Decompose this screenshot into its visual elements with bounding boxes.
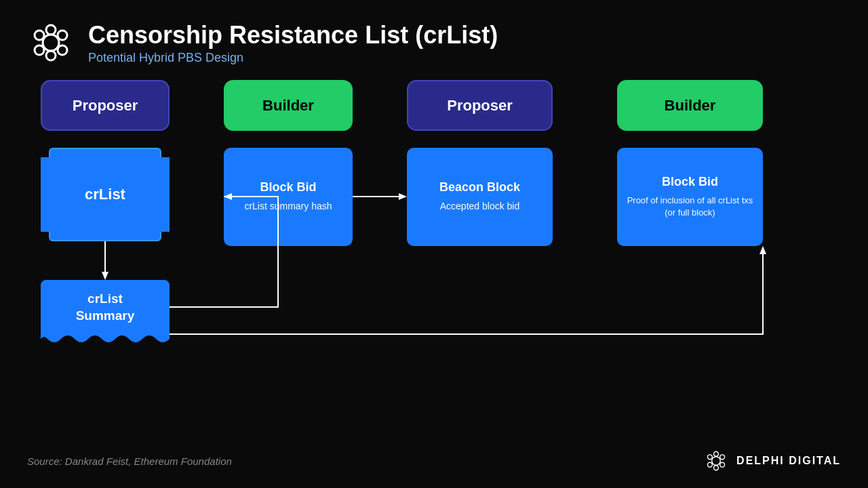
svg-point-6	[58, 45, 67, 55]
svg-marker-8	[102, 272, 108, 280]
entity-proposer-right: Proposer	[407, 80, 553, 131]
entity-builder-left: Builder	[224, 80, 353, 131]
svg-point-15	[714, 466, 719, 470]
block-bid-right: Block Bid Proof of inclusion of all crLi…	[617, 148, 763, 246]
entity-builder-left-label: Builder	[262, 97, 314, 115]
block-bid-left-sub: crList summary hash	[244, 200, 332, 214]
entity-builder-right: Builder	[617, 80, 763, 131]
entity-proposer-left-label: Proposer	[73, 97, 138, 115]
svg-point-16	[708, 455, 713, 460]
crlist-summary-label: crList Summary	[76, 291, 135, 324]
block-bid-left: Block Bid crList summary hash	[224, 148, 353, 246]
svg-point-0	[43, 35, 59, 51]
svg-point-2	[46, 51, 56, 60]
delphi-footer-icon	[703, 447, 730, 474]
svg-point-4	[58, 30, 67, 40]
svg-point-13	[712, 457, 721, 466]
crlist-box: crList	[41, 157, 170, 232]
entity-proposer-left: Proposer	[41, 80, 170, 131]
beacon-block-sub: Accepted block bid	[440, 200, 520, 214]
svg-point-18	[708, 462, 713, 467]
crlist-summary-box: crList Summary	[41, 280, 170, 335]
svg-point-17	[720, 455, 725, 460]
delphi-brand-name: DELPHI DIGITAL	[736, 455, 841, 467]
beacon-block-title: Beacon Block	[439, 180, 520, 195]
delphi-logo-top-icon	[27, 19, 75, 66]
svg-point-5	[35, 45, 44, 55]
entity-builder-right-label: Builder	[665, 97, 716, 115]
crlist-container: crList	[41, 148, 170, 241]
svg-point-3	[35, 30, 44, 40]
crlist-bottom-curl	[49, 232, 161, 241]
header: Censorship Resistance List (crList) Pote…	[0, 0, 868, 73]
crlist-top-curl	[49, 148, 161, 157]
block-bid-right-title: Block Bid	[662, 175, 718, 189]
footer: Source: Dankrad Feist, Ethereum Foundati…	[27, 447, 841, 474]
source-text: Source: Dankrad Feist, Ethereum Foundati…	[27, 455, 232, 467]
beacon-block: Beacon Block Accepted block bid	[407, 148, 553, 246]
page-subtitle: Potential Hybrid PBS Design	[88, 51, 498, 65]
svg-point-19	[720, 462, 725, 467]
diagram: Proposer Builder Proposer Builder crList…	[41, 80, 827, 385]
entity-proposer-right-label: Proposer	[447, 97, 513, 115]
page-title: Censorship Resistance List (crList)	[88, 21, 498, 49]
header-text: Censorship Resistance List (crList) Pote…	[88, 21, 498, 65]
svg-point-14	[714, 451, 719, 456]
block-bid-left-title: Block Bid	[260, 180, 316, 195]
crlist-summary-wave	[41, 335, 170, 346]
svg-point-1	[46, 25, 56, 35]
crlist-summary-container: crList Summary	[41, 280, 170, 346]
block-bid-right-sub: Proof of inclusion of all crList txs (or…	[625, 195, 755, 219]
svg-marker-11	[399, 193, 407, 200]
delphi-logo-footer: DELPHI DIGITAL	[703, 447, 841, 474]
svg-marker-12	[760, 246, 766, 254]
crlist-label: crList	[85, 186, 125, 203]
